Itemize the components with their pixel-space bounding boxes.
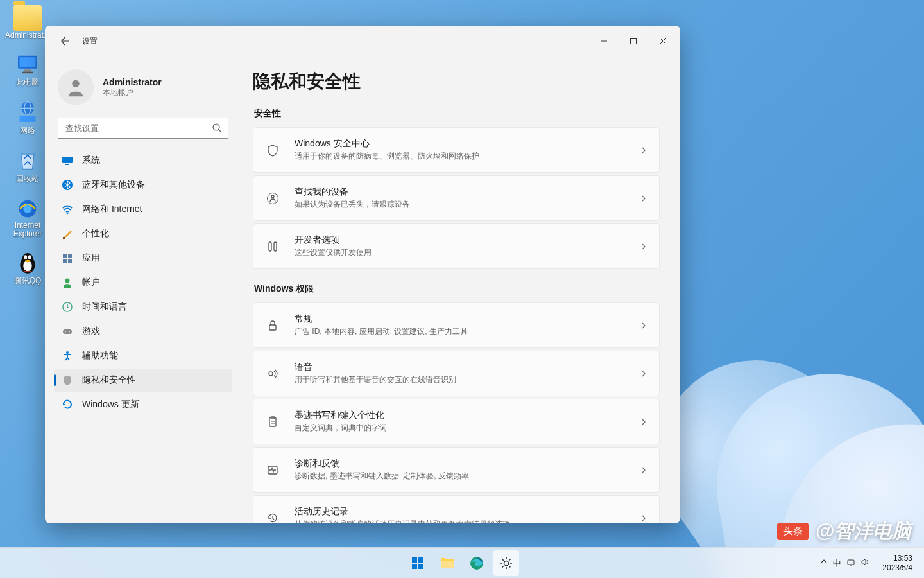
desktop-icon-this-pc[interactable]: 此电脑 <box>5 51 50 88</box>
close-button[interactable] <box>648 31 678 51</box>
tray-network-icon[interactable] <box>846 557 855 569</box>
back-button[interactable] <box>54 30 77 53</box>
svg-point-13 <box>28 256 31 260</box>
desktop-icon-folder[interactable]: Administrat... <box>5 5 50 40</box>
system-icon <box>62 155 73 166</box>
svg-rect-40 <box>269 242 271 251</box>
nav-bluetooth[interactable]: 蓝牙和其他设备 <box>54 173 232 197</box>
chevron-right-icon <box>640 243 647 250</box>
nav-accounts[interactable]: 帐户 <box>54 271 232 294</box>
taskbar-settings[interactable] <box>493 550 519 576</box>
card-windows-security[interactable]: Windows 安全中心适用于你的设备的防病毒、浏览器、防火墙和网络保护 <box>253 127 660 173</box>
watermark-badge: 头条 <box>777 523 809 540</box>
sidebar: Administrator 本地帐户 系统 蓝牙和其他设备 网络和 Intern… <box>45 57 237 523</box>
tray-chevron-icon[interactable] <box>820 557 828 569</box>
tray-clock[interactable]: 13:53 2023/5/4 <box>877 554 918 572</box>
qq-icon <box>13 250 42 276</box>
lock-icon <box>265 319 280 332</box>
tray-date: 2023/5/4 <box>882 563 912 572</box>
svg-rect-29 <box>68 254 72 258</box>
svg-rect-54 <box>412 557 417 563</box>
nav-time-language[interactable]: 时间和语言 <box>54 295 232 319</box>
card-developer-options[interactable]: 开发者选项这些设置仅供开发使用 <box>253 223 660 269</box>
nav-windows-update[interactable]: Windows 更新 <box>54 393 232 416</box>
taskbar[interactable]: 中 13:53 2023/5/4 <box>0 547 924 578</box>
icon-label: 网络 <box>20 125 35 136</box>
svg-point-20 <box>72 80 79 87</box>
desktop-icon-qq[interactable]: 腾讯QQ <box>5 250 50 286</box>
svg-point-45 <box>269 372 273 376</box>
shield-outline-icon <box>265 144 280 157</box>
svg-rect-3 <box>22 72 33 74</box>
search-box[interactable] <box>58 118 228 139</box>
desktop-icon-ie[interactable]: Internet Explorer <box>5 196 50 238</box>
nav-privacy-security[interactable]: 隐私和安全性 <box>54 369 232 392</box>
account-block[interactable]: Administrator 本地帐户 <box>54 66 232 117</box>
svg-rect-28 <box>63 254 67 258</box>
settings-window: 设置 Administrator 本地帐户 系统 蓝牙和其他设备 <box>45 26 680 523</box>
minimize-button[interactable] <box>589 31 619 51</box>
nav-personalization[interactable]: 个性化 <box>54 222 232 245</box>
system-tray[interactable]: 中 13:53 2023/5/4 <box>815 554 918 572</box>
card-diagnostics[interactable]: 诊断和反馈诊断数据, 墨迹书写和键入数据, 定制体验, 反馈频率 <box>253 447 660 493</box>
brush-icon <box>62 228 73 240</box>
minimize-icon <box>601 38 607 44</box>
main-content[interactable]: 隐私和安全性 安全性 Windows 安全中心适用于你的设备的防病毒、浏览器、防… <box>237 57 680 523</box>
card-inking-typing[interactable]: 墨迹书写和键入个性化自定义词典，词典中的字词 <box>253 399 660 444</box>
chevron-right-icon <box>640 514 647 522</box>
svg-point-37 <box>66 351 69 354</box>
card-find-my-device[interactable]: 查找我的设备如果认为设备已丢失，请跟踪设备 <box>253 175 660 221</box>
gear-icon <box>499 556 514 571</box>
location-person-icon <box>265 192 280 205</box>
svg-point-36 <box>69 331 70 333</box>
maximize-button[interactable] <box>619 31 648 51</box>
speech-icon <box>265 367 280 380</box>
tray-time: 13:53 <box>882 554 912 563</box>
svg-rect-58 <box>441 561 454 568</box>
nav-list: 系统 蓝牙和其他设备 网络和 Internet 个性化 应用 帐户 时间和语言 … <box>54 149 232 416</box>
start-button[interactable] <box>405 550 431 576</box>
nav-accessibility[interactable]: 辅助功能 <box>54 344 232 367</box>
section-security-header: 安全性 <box>254 108 660 119</box>
taskbar-edge[interactable] <box>464 550 490 576</box>
search-input[interactable] <box>58 118 228 139</box>
svg-rect-2 <box>24 69 31 71</box>
tray-volume-icon[interactable] <box>860 557 869 569</box>
svg-rect-17 <box>631 39 637 44</box>
window-title: 设置 <box>82 36 98 47</box>
nav-network[interactable]: 网络和 Internet <box>54 198 232 221</box>
svg-rect-23 <box>62 157 73 163</box>
chevron-right-icon <box>640 466 647 474</box>
desktop-icon-network[interactable]: 网络 <box>5 100 50 136</box>
dev-icon <box>265 240 280 253</box>
nav-apps[interactable]: 应用 <box>54 247 232 270</box>
svg-rect-41 <box>274 242 277 251</box>
nav-system[interactable]: 系统 <box>54 149 232 172</box>
card-general[interactable]: 常规广告 ID, 本地内容, 应用启动, 设置建议, 生产力工具 <box>253 302 660 348</box>
svg-point-21 <box>213 124 219 130</box>
bluetooth-icon <box>62 179 73 191</box>
titlebar[interactable]: 设置 <box>45 26 680 57</box>
svg-point-12 <box>24 256 27 260</box>
accessibility-icon <box>62 350 73 362</box>
avatar-icon <box>58 69 94 105</box>
taskbar-explorer[interactable] <box>434 550 460 576</box>
svg-point-35 <box>65 331 66 333</box>
maximize-icon <box>630 38 637 44</box>
svg-point-39 <box>268 193 278 204</box>
card-speech[interactable]: 语音用于听写和其他基于语音的交互的在线语音识别 <box>253 351 660 396</box>
svg-rect-30 <box>63 259 67 263</box>
tray-ime-icon[interactable]: 中 <box>833 557 841 569</box>
svg-rect-27 <box>63 237 65 239</box>
svg-rect-55 <box>418 557 424 563</box>
desktop-icons: Administrat... 此电脑 网络 回收站 Internet Explo… <box>5 5 50 286</box>
watermark-text: @智洋电脑 <box>816 518 911 545</box>
svg-rect-61 <box>848 560 854 565</box>
desktop-icon-recycle-bin[interactable]: 回收站 <box>5 148 50 184</box>
nav-gaming[interactable]: 游戏 <box>54 320 232 343</box>
icon-label: 此电脑 <box>16 77 39 88</box>
icon-label: Administrat... <box>5 31 50 40</box>
card-activity-history[interactable]: 活动历史记录从你的跨设备和帐户的活动历史记录中获取更多搜索结果的选项 <box>253 495 660 523</box>
svg-point-15 <box>25 260 30 262</box>
wifi-icon <box>62 204 73 215</box>
